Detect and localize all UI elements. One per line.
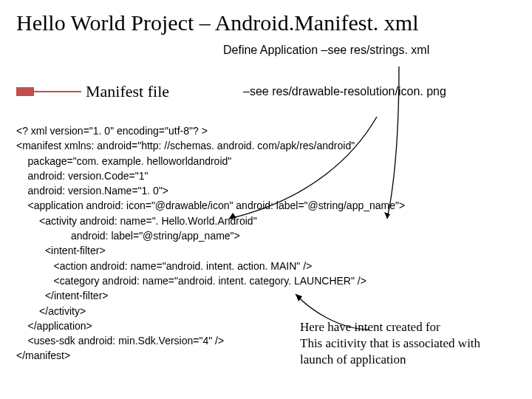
- section-label-manifest-file: Manifest file: [86, 82, 169, 101]
- annotation-intent-note: Here have intent created for This acitiv…: [300, 319, 507, 368]
- annotation-line: Here have intent created for: [300, 319, 507, 335]
- page-title: Hello World Project – Android.Manifest. …: [16, 10, 516, 35]
- note-see-drawable: –see res/drawable-resolution/icon. png: [243, 85, 446, 98]
- subtitle-define-application: Define Application –see res/strings. xml: [223, 44, 429, 56]
- annotation-line: launch of application: [300, 352, 507, 368]
- annotation-line: This acitivity that is associated with: [300, 335, 507, 352]
- accent-bar-icon: [16, 87, 81, 96]
